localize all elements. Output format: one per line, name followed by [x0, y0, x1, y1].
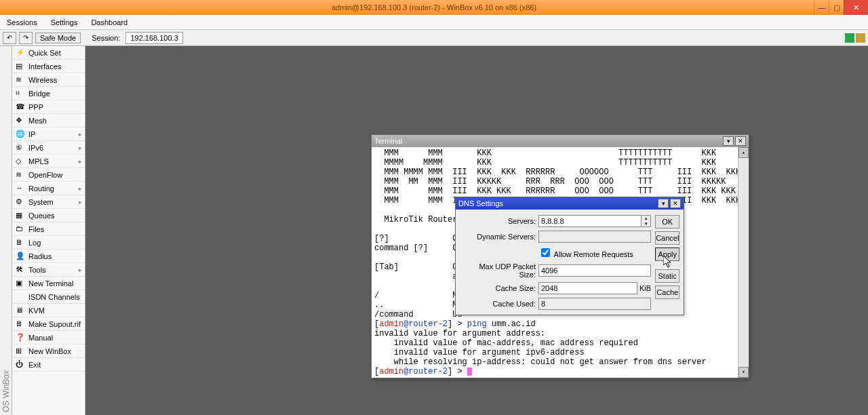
- sidebar-item-routing[interactable]: ↔Routing▸: [12, 182, 85, 195]
- screen-icon[interactable]: [845, 33, 854, 43]
- menu-sessions[interactable]: Sessions: [0, 15, 44, 29]
- menu-dashboard[interactable]: Dashboard: [84, 15, 134, 29]
- sidebar-item-make-supout-rif[interactable]: 🗎Make Supout.rif: [12, 317, 85, 331]
- sidebar-icon: ⑥: [16, 143, 25, 153]
- sidebar-item-isdn-channels[interactable]: ISDN Channels: [12, 290, 85, 304]
- sidebar-item-label: New WinBox: [28, 347, 71, 355]
- lock-icon[interactable]: [856, 33, 865, 43]
- sidebar-icon: ⌗: [16, 89, 25, 98]
- max-udp-label: Max UDP Packet Size:: [461, 262, 536, 279]
- sidebar-item-label: OpenFlow: [28, 171, 62, 179]
- scroll-track[interactable]: [738, 158, 749, 367]
- sidebar-item-label: Log: [28, 239, 41, 247]
- sidebar-item-new-winbox[interactable]: ⊞New WinBox: [12, 344, 85, 358]
- sidebar-icon: 🗎: [16, 319, 25, 329]
- redo-button[interactable]: ↷: [19, 32, 33, 44]
- cache-size-label: Cache Size:: [461, 284, 536, 292]
- sidebar-icon: ▤: [16, 62, 25, 71]
- sidebar-item-label: Radius: [28, 252, 52, 260]
- maximize-button[interactable]: ▢: [829, 0, 844, 15]
- terminal-close-icon[interactable]: ✕: [735, 136, 746, 146]
- dynamic-servers-input: [538, 231, 651, 243]
- sidebar-item-tools[interactable]: 🛠Tools▸: [12, 263, 85, 277]
- sidebar-item-log[interactable]: 🗎Log: [12, 236, 85, 250]
- dns-title-bar[interactable]: DNS Settings ▾ ✕: [456, 197, 684, 210]
- cache-used-label: Cache Used:: [461, 300, 536, 308]
- sidebar-item-interfaces[interactable]: ▤Interfaces: [12, 60, 85, 73]
- servers-label: Servers:: [461, 217, 536, 225]
- sidebar-item-label: System: [28, 198, 54, 206]
- allow-remote-requests-checkbox[interactable]: Allow Remote Requests: [538, 246, 633, 259]
- sidebar-item-radius[interactable]: 👤Radius: [12, 250, 85, 263]
- scroll-down-icon[interactable]: ▾: [738, 367, 749, 378]
- sidebar-icon: ≋: [16, 75, 25, 85]
- sidebar-icon: ⊞: [16, 347, 25, 356]
- sidebar-item-manual[interactable]: ❓Manual: [12, 331, 85, 344]
- servers-input[interactable]: [538, 215, 642, 227]
- sidebar-icon: 🗀: [16, 224, 25, 234]
- ok-button[interactable]: OK: [655, 215, 679, 229]
- tool-bar: ↶ ↷ Safe Mode Session: 192.168.100.3: [0, 30, 868, 46]
- sidebar-icon: ☎: [16, 102, 25, 112]
- sidebar-item-wireless[interactable]: ≋Wireless: [12, 73, 85, 87]
- sidebar-icon: 🗎: [16, 238, 25, 248]
- sidebar-icon: ↔: [16, 184, 25, 193]
- window-title: admin@192.168.100.3 (router-2) - WinBox …: [332, 3, 536, 12]
- terminal-title-bar[interactable]: Terminal ▾ ✕: [372, 135, 749, 147]
- sidebar-item-queues[interactable]: ▦Queues: [12, 209, 85, 222]
- sidebar-item-label: MPLS: [28, 157, 49, 165]
- sidebar-item-label: Manual: [28, 334, 53, 342]
- terminal-minimize-icon[interactable]: ▾: [723, 136, 734, 146]
- sidebar-icon: ⚡: [16, 48, 25, 58]
- sidebar-icon: ▣: [16, 279, 25, 288]
- sidebar-item-label: Mesh: [28, 117, 47, 125]
- sidebar-icon: ▦: [16, 211, 25, 220]
- apply-button[interactable]: Apply: [655, 248, 679, 261]
- safe-mode-button[interactable]: Safe Mode: [35, 33, 81, 43]
- sidebar-item-label: IPv6: [28, 144, 43, 152]
- cache-size-input[interactable]: [538, 282, 637, 294]
- undo-button[interactable]: ↶: [3, 32, 16, 44]
- sidebar-item-quick-set[interactable]: ⚡Quick Set: [12, 46, 85, 60]
- close-button[interactable]: ✕: [844, 0, 868, 15]
- dns-settings-window: DNS Settings ▾ ✕ Servers: ▲▼: [455, 197, 684, 315]
- sidebar-icon: ❓: [16, 333, 25, 342]
- chevron-right-icon: ▸: [79, 158, 82, 165]
- sidebar-icon: [16, 292, 25, 302]
- sidebar-item-mesh[interactable]: ❖Mesh: [12, 114, 85, 127]
- cancel-button[interactable]: Cancel: [655, 231, 679, 245]
- minimize-button[interactable]: —: [814, 0, 829, 15]
- sidebar-icon: ◇: [16, 157, 25, 166]
- servers-spinner[interactable]: ▲▼: [642, 215, 651, 227]
- dns-minimize-icon[interactable]: ▾: [658, 199, 669, 208]
- max-udp-input[interactable]: [538, 264, 651, 277]
- sidebar-item-files[interactable]: 🗀Files: [12, 222, 85, 236]
- sidebar-item-openflow[interactable]: ≋OpenFlow: [12, 168, 85, 182]
- sidebar-item-label: Wireless: [28, 76, 57, 84]
- sidebar-item-system[interactable]: ⚙System▸: [12, 195, 85, 209]
- sidebar-item-exit[interactable]: ⏻Exit: [12, 358, 85, 372]
- sidebar-item-ipv6[interactable]: ⑥IPv6▸: [12, 141, 85, 155]
- sidebar-item-bridge[interactable]: ⌗Bridge: [12, 87, 85, 100]
- dns-title: DNS Settings: [458, 199, 503, 208]
- sidebar-item-new-terminal[interactable]: ▣New Terminal: [12, 277, 85, 290]
- session-address[interactable]: 192.168.100.3: [125, 32, 182, 44]
- sidebar-item-label: IP: [28, 130, 35, 138]
- sidebar-item-ip[interactable]: 🌐IP▸: [12, 127, 85, 141]
- menu-settings[interactable]: Settings: [44, 15, 85, 29]
- static-button[interactable]: Static: [655, 269, 679, 283]
- cache-button[interactable]: Cache: [655, 285, 679, 299]
- sidebar-item-kvm[interactable]: 🖥KVM: [12, 304, 85, 317]
- sidebar-item-ppp[interactable]: ☎PPP: [12, 100, 85, 114]
- menu-bar: Sessions Settings Dashboard: [0, 15, 868, 30]
- sidebar-icon: ⏻: [16, 360, 25, 370]
- scroll-up-icon[interactable]: ▴: [738, 147, 749, 158]
- dns-close-icon[interactable]: ✕: [670, 199, 681, 208]
- sidebar-item-mpls[interactable]: ◇MPLS▸: [12, 155, 85, 168]
- chevron-right-icon: ▸: [79, 199, 82, 205]
- sidebar-icon: 🖥: [16, 306, 25, 315]
- sidebar-collapse-label[interactable]: OS WinBox: [0, 46, 12, 415]
- terminal-scrollbar[interactable]: ▴ ▾: [738, 147, 749, 378]
- allow-remote-requests-input[interactable]: [541, 248, 550, 257]
- window-title-bar: admin@192.168.100.3 (router-2) - WinBox …: [0, 0, 868, 15]
